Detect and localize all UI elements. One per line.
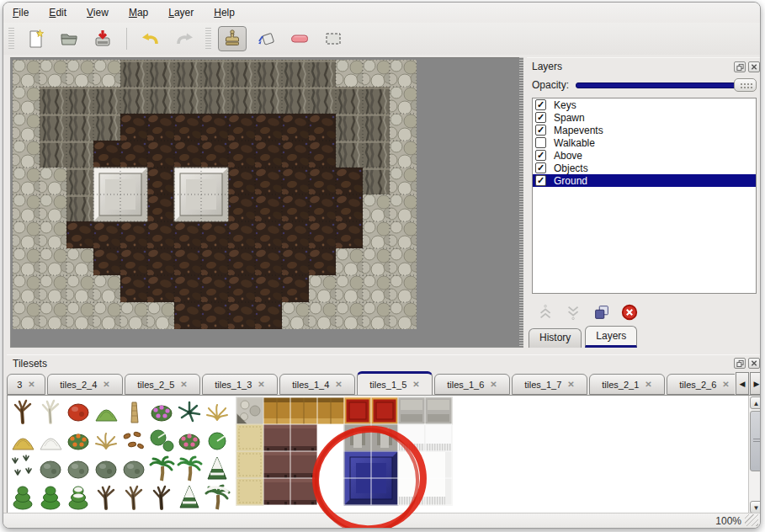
scrollbar-thumb[interactable] bbox=[750, 411, 761, 471]
tile-maroon-table-tile[interactable] bbox=[290, 451, 317, 478]
tile-tan-mat-tile[interactable] bbox=[236, 451, 263, 478]
tile-gray-floor-tile[interactable] bbox=[425, 397, 452, 424]
tab-close-icon[interactable]: ✕ bbox=[567, 380, 574, 389]
tile-red-carpet-tile[interactable] bbox=[372, 398, 397, 423]
redo-button[interactable] bbox=[170, 26, 199, 51]
scroll-up-icon[interactable]: ▲ bbox=[750, 396, 761, 409]
layer-visibility-checkbox[interactable]: ✓ bbox=[535, 125, 546, 136]
tab-close-icon[interactable]: ✕ bbox=[180, 380, 187, 389]
layer-visibility-checkbox[interactable]: ✓ bbox=[535, 112, 546, 123]
sprite-gray-bush[interactable] bbox=[124, 461, 144, 478]
sprite-dark-sprigs[interactable] bbox=[13, 455, 31, 475]
sprite-orange-flower-bush[interactable] bbox=[68, 434, 88, 450]
dock-tab-layers[interactable]: Layers bbox=[585, 326, 637, 348]
sprite-straw-mound[interactable] bbox=[13, 439, 34, 450]
tileset-image[interactable] bbox=[8, 396, 748, 514]
tile-tan-mat-tile[interactable] bbox=[236, 424, 263, 451]
sprite-dry-sprout[interactable] bbox=[207, 405, 227, 420]
tileset-tab-tiles_1_3[interactable]: tiles_1_3✕ bbox=[202, 374, 278, 395]
tile-gray-floor-tile[interactable] bbox=[398, 397, 425, 424]
sprite-snowy-pine[interactable] bbox=[208, 457, 226, 479]
tile-gold-table-tile[interactable] bbox=[290, 397, 317, 424]
tileset-tab-tiles_2_1[interactable]: tiles_2_1✕ bbox=[589, 374, 665, 395]
layer-row-spawn[interactable]: ✓Spawn bbox=[533, 111, 756, 124]
sprite-conifer-tree[interactable] bbox=[41, 487, 60, 509]
sprite-fallen-leaves[interactable] bbox=[123, 432, 144, 450]
sprite-twisted-tree-dark[interactable] bbox=[154, 487, 169, 508]
layer-visibility-checkbox[interactable]: ✓ bbox=[535, 99, 546, 110]
sprite-snowy-palm[interactable] bbox=[206, 486, 229, 509]
layer-row-ground[interactable]: ✓Ground bbox=[533, 174, 756, 187]
tile-maroon-table-tile[interactable] bbox=[263, 424, 290, 451]
sprite-conifer-bush[interactable] bbox=[13, 487, 32, 509]
sprite-conifer-snow[interactable] bbox=[69, 487, 88, 509]
sprite-dead-tree-pale[interactable] bbox=[43, 401, 58, 423]
sprite-twisted-tree[interactable] bbox=[126, 487, 141, 508]
menu-view[interactable]: View bbox=[87, 7, 109, 19]
sprite-lily-pad[interactable] bbox=[209, 433, 226, 450]
tile-gold-table-tile[interactable] bbox=[263, 397, 290, 424]
tile-white-fringe-tile[interactable] bbox=[425, 424, 452, 451]
tab-close-icon[interactable]: ✕ bbox=[490, 380, 497, 389]
tile-gold-table-tile[interactable] bbox=[317, 397, 344, 424]
close-button[interactable] bbox=[748, 358, 760, 369]
menu-layer[interactable]: Layer bbox=[168, 7, 194, 19]
tile-maroon-table-tile[interactable] bbox=[263, 451, 290, 478]
tab-close-icon[interactable]: ✕ bbox=[722, 380, 729, 389]
tile-maroon-table-tile[interactable] bbox=[263, 478, 290, 505]
tileset-tab-tiles_1_6[interactable]: tiles_1_6✕ bbox=[434, 374, 510, 395]
float-button[interactable] bbox=[734, 61, 746, 72]
sprite-red-flower-large[interactable] bbox=[68, 404, 88, 421]
layer-visibility-checkbox[interactable]: ✓ bbox=[535, 175, 546, 186]
scroll-down-icon[interactable]: ▼ bbox=[750, 501, 761, 513]
sprite-snowy-pine[interactable] bbox=[180, 486, 199, 508]
open-folder-button[interactable] bbox=[55, 26, 83, 51]
layer-row-walkable[interactable]: Walkable bbox=[533, 136, 756, 149]
layer-row-mapevents[interactable]: ✓Mapevents bbox=[533, 124, 756, 136]
select-tool-button[interactable] bbox=[319, 26, 348, 51]
raise-layer-button[interactable] bbox=[535, 301, 557, 323]
menu-file[interactable]: File bbox=[13, 7, 29, 19]
opacity-slider[interactable] bbox=[576, 78, 757, 92]
sprite-palm-trunk[interactable] bbox=[131, 402, 138, 423]
opacity-slider-track[interactable] bbox=[576, 82, 757, 88]
layer-row-objects[interactable]: ✓Objects bbox=[533, 162, 756, 174]
menu-map[interactable]: Map bbox=[129, 7, 148, 19]
eraser-tool-button[interactable] bbox=[285, 26, 314, 51]
map-image[interactable] bbox=[13, 60, 417, 329]
undo-button[interactable] bbox=[136, 26, 165, 51]
menu-help[interactable]: Help bbox=[214, 7, 235, 19]
layer-row-keys[interactable]: ✓Keys bbox=[533, 98, 756, 111]
save-button[interactable] bbox=[88, 26, 117, 51]
sprite-gray-bush[interactable] bbox=[96, 461, 116, 478]
tileset-tab-tiles_2_4[interactable]: tiles_2_4✕ bbox=[47, 374, 123, 395]
sprite-gray-bush[interactable] bbox=[68, 461, 88, 478]
dock-tab-history[interactable]: History bbox=[529, 328, 582, 348]
map-canvas[interactable] bbox=[10, 57, 523, 348]
tileset-tab-3[interactable]: 3✕ bbox=[7, 374, 45, 395]
float-button[interactable] bbox=[734, 358, 746, 369]
duplicate-layer-button[interactable] bbox=[591, 301, 613, 323]
tab-close-icon[interactable]: ✕ bbox=[412, 380, 419, 389]
tab-close-icon[interactable]: ✕ bbox=[645, 380, 651, 389]
tileset-tab-tiles_1_7[interactable]: tiles_1_7✕ bbox=[512, 374, 587, 395]
tileset-tab-tiles_1_5[interactable]: tiles_1_5✕ bbox=[357, 371, 433, 395]
tile-red-carpet-tile[interactable] bbox=[345, 398, 370, 423]
layer-visibility-checkbox[interactable] bbox=[535, 137, 546, 148]
tile-tan-mat-tile[interactable] bbox=[236, 478, 263, 505]
tileset-tab-tiles_1_4[interactable]: tiles_1_4✕ bbox=[279, 374, 355, 395]
tab-close-icon[interactable]: ✕ bbox=[103, 380, 109, 389]
sprite-pink-flower-bush[interactable] bbox=[151, 405, 172, 421]
sprite-palm-tree[interactable] bbox=[151, 457, 173, 481]
sprite-palm-tree[interactable] bbox=[178, 457, 201, 481]
sprite-dark-fern[interactable] bbox=[179, 402, 199, 421]
sprite-gray-bush[interactable] bbox=[40, 461, 61, 478]
tile-maroon-table-tile[interactable] bbox=[290, 424, 317, 451]
tile-gray-block-tile[interactable] bbox=[371, 424, 398, 451]
tileset-tab-tiles_2_5[interactable]: tiles_2_5✕ bbox=[125, 374, 200, 395]
sprite-twisted-dead-tree[interactable] bbox=[98, 487, 114, 508]
tile-maroon-table-tile[interactable] bbox=[290, 478, 317, 505]
layer-visibility-checkbox[interactable]: ✓ bbox=[535, 162, 546, 173]
new-file-button[interactable] bbox=[21, 26, 50, 51]
stamp-tool-button[interactable] bbox=[218, 26, 247, 51]
